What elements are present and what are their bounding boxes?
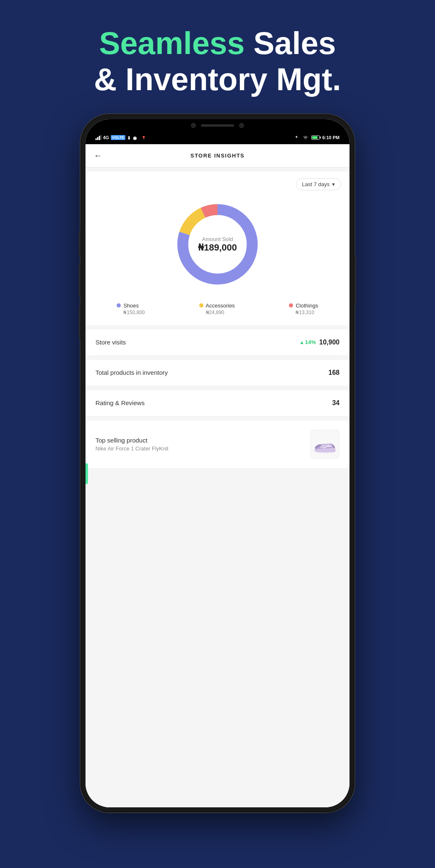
top-product-label: Top selling product [95,437,169,444]
signal-icon [95,135,101,140]
headline-line1: Seamless Sales [94,25,341,61]
svg-rect-1 [97,137,98,140]
svg-rect-3 [100,135,101,140]
chart-card: Last 7 days ▾ [86,172,349,325]
clothings-dot [289,303,293,307]
divider-3 [94,416,341,416]
headline-seamless: Seamless [99,25,245,61]
status-right: * 6:10 PM [296,135,340,140]
svg-text:📍: 📍 [141,135,145,140]
donut-chart-container: Amount Sold ₦189,000 [86,190,349,294]
screen-content: ← STORE INSIGHTS Last 7 days ▾ [86,144,349,807]
phone-frame: 4G VOLTE ⬇ ◉ 📍 [81,114,354,812]
date-filter-row: Last 7 days ▾ [86,172,349,190]
phone-screen: 4G VOLTE ⬇ ◉ 📍 [86,119,349,807]
front-camera [191,123,196,128]
accessories-legend-name: Accessories [206,302,235,309]
download-icon: ⬇ [127,135,131,140]
time-display: 6:10 PM [322,135,340,140]
location-icon: 📍 [141,135,145,140]
svg-text:◉: ◉ [133,135,137,140]
shoes-dot [117,303,121,307]
bixby-button[interactable] [79,305,81,339]
clothings-legend-name: Clothings [296,302,318,309]
battery-fill [312,136,318,139]
network-type: 4G [103,135,109,140]
chevron-down-icon: ▾ [332,181,335,187]
shoe-illustration [311,430,339,458]
shoes-legend-name: Shoes [123,302,139,309]
headline-sales: Sales [244,25,336,61]
inventory-label: Total products in inventory [95,369,168,376]
svg-rect-0 [95,138,97,140]
reviews-row[interactable]: Rating & Reviews 34 [86,390,349,416]
legend-accessories: Accessories ₦24,890 [199,302,235,315]
store-visits-label: Store visits [95,339,126,346]
date-filter-button[interactable]: Last 7 days ▾ [296,178,342,190]
clothings-legend-amount: ₦13,310 [296,310,314,315]
wifi-icon [302,135,309,140]
accessories-dot [199,303,203,307]
reviews-value: 34 [332,399,340,407]
inventory-row[interactable]: Total products in inventory 168 [86,360,349,386]
headline-line2: & Inventory Mgt. [94,61,341,97]
product-image [310,430,340,459]
headline: Seamless Sales & Inventory Mgt. [77,0,357,110]
speaker [201,124,234,127]
svg-text:*: * [296,135,298,140]
bluetooth-icon: * [296,135,300,140]
legend-clothings: Clothings ₦13,310 [289,302,318,315]
donut-center: Amount Sold ₦189,000 [198,236,237,253]
notification-tab [86,463,88,484]
shoes-legend-amount: ₦150,800 [123,310,144,315]
sensor [239,123,244,128]
speaker-cam-area [176,119,259,132]
legend-shoes: Shoes ₦150,800 [117,302,144,315]
status-left: 4G VOLTE ⬇ ◉ 📍 [95,135,145,140]
donut-center-label: Amount Sold [198,236,237,242]
reviews-label: Rating & Reviews [95,399,144,406]
back-button[interactable]: ← [94,151,102,160]
power-button[interactable] [354,256,356,305]
accessories-legend-amount: ₦24,890 [206,310,225,315]
inventory-value: 168 [328,369,340,376]
store-visits-value-group: ▲ 14% 10,900 [299,339,340,346]
store-visits-number: 10,900 [319,339,340,346]
store-visits-trend: ▲ 14% [299,339,316,345]
status-bar: 4G VOLTE ⬇ ◉ 📍 [86,119,349,144]
page-title: STORE INSIGHTS [191,152,245,159]
svg-rect-2 [99,136,100,140]
top-product-info: Top selling product Nike Air Force 1 Cra… [95,437,169,452]
radio-icon: ◉ [133,135,139,140]
store-visits-row[interactable]: Store visits ▲ 14% 10,900 [86,329,349,355]
battery-icon [311,135,320,140]
divider-1 [94,355,341,356]
volume-down-button[interactable] [79,264,81,297]
chart-legend: Shoes ₦150,800 Accessories ₦24,890 [86,294,349,325]
phone-outer-shell: 4G VOLTE ⬇ ◉ 📍 [81,114,354,812]
app-header: ← STORE INSIGHTS [86,144,349,167]
divider-2 [94,386,341,386]
donut-center-value: ₦189,000 [198,242,237,253]
trend-up-icon: ▲ [299,339,304,345]
top-product-row[interactable]: Top selling product Nike Air Force 1 Cra… [86,420,349,468]
volume-up-button[interactable] [79,231,81,256]
store-visits-trend-value: 14% [305,339,316,345]
svg-text:⬇: ⬇ [127,135,131,140]
top-product-name: Nike Air Force 1 Crater FlyKnit [95,445,169,452]
volte-badge: VOLTE [111,135,125,140]
date-filter-label: Last 7 days [302,181,330,187]
donut-chart: Amount Sold ₦189,000 [172,199,263,290]
